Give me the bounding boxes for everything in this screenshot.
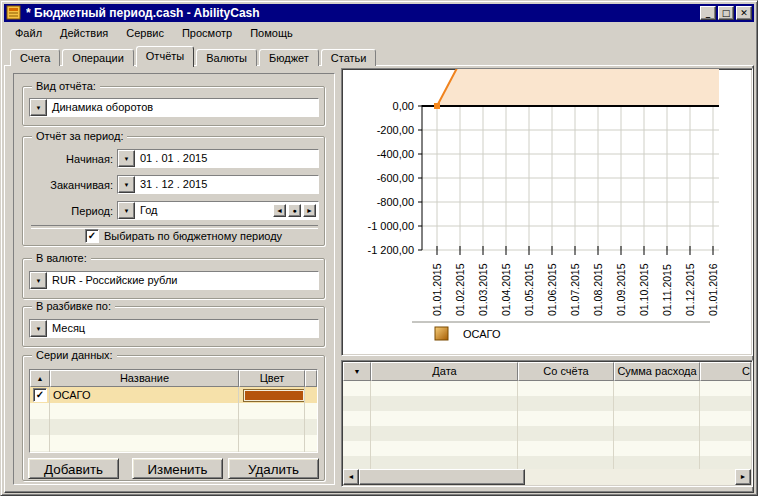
table-row[interactable] [343, 426, 751, 441]
menu-item-0[interactable]: Файл [6, 24, 51, 42]
col-from-account[interactable]: Со счёта [518, 362, 614, 381]
data-series-label: Серии данных: [32, 349, 117, 361]
scroll-left-icon[interactable]: ◄ [343, 469, 359, 485]
budget-period-checkbox[interactable]: ✓ [85, 229, 99, 243]
report-type-value: Динамика оборотов [47, 99, 318, 116]
col-date[interactable]: Дата [371, 362, 518, 381]
empty-cell [305, 419, 317, 435]
menu-item-2[interactable]: Сервис [117, 24, 173, 42]
empty-cell [700, 426, 751, 441]
empty-cell [614, 426, 700, 441]
menu-item-4[interactable]: Помощь [241, 24, 302, 42]
series-checkbox[interactable]: ✓ [33, 388, 47, 402]
end-date-field[interactable]: ▼ 31 . 12 . 2015 [117, 175, 319, 194]
budget-period-checkbox-row[interactable]: ✓ Выбирать по бюджетному периоду [85, 229, 282, 243]
dropdown-icon[interactable]: ▼ [118, 202, 135, 219]
table-row[interactable] [343, 441, 751, 456]
sort-desc-icon[interactable]: ▼ [343, 362, 371, 381]
interval-value: Год [135, 202, 271, 219]
tab-1[interactable]: Операции [62, 49, 133, 66]
svg-text:0,00: 0,00 [393, 100, 414, 112]
scrollbar-thumb[interactable] [359, 469, 525, 485]
series-check-cell[interactable]: ✓ [30, 387, 50, 403]
operations-table[interactable]: ▼ДатаСо счётаСумма расходаС [342, 362, 752, 471]
currency-label: В валюте: [32, 252, 91, 264]
tab-5[interactable]: Статьи [321, 49, 377, 66]
report-type-group: Вид отчёта: ▼ Динамика оборотов [22, 86, 325, 126]
table-row[interactable] [343, 396, 751, 411]
minimize-button[interactable]: _ [700, 6, 716, 20]
table-row[interactable] [343, 411, 751, 426]
series-empty-row[interactable] [30, 403, 317, 419]
delete-series-button[interactable]: Удалить [228, 458, 319, 479]
period-nav-buttons: ◄ ● ► [271, 202, 318, 219]
edit-series-button[interactable]: Изменить [132, 458, 223, 479]
series-col-name[interactable]: Название [50, 370, 239, 387]
tab-4[interactable]: Бюджет [259, 49, 319, 66]
dropdown-icon[interactable]: ▼ [118, 150, 135, 167]
empty-cell [518, 441, 614, 456]
series-row[interactable]: ✓ОСАГО [30, 387, 317, 403]
report-settings-panel: Вид отчёта: ▼ Динамика оборотов Отчёт за… [13, 73, 335, 485]
dropdown-icon[interactable]: ▼ [118, 176, 135, 193]
empty-cell [700, 441, 751, 456]
report-type-combo[interactable]: ▼ Динамика оборотов [29, 98, 319, 117]
table-row[interactable] [343, 381, 751, 396]
empty-cell [343, 411, 371, 426]
svg-text:01.02.2015: 01.02.2015 [454, 263, 466, 316]
period-prev-button[interactable]: ◄ [273, 204, 286, 217]
horizontal-scrollbar[interactable]: ◄ ► [343, 469, 751, 485]
empty-cell [700, 381, 751, 396]
breakdown-combo[interactable]: ▼ Месяц [29, 319, 319, 338]
svg-text:01.06.2015: 01.06.2015 [546, 263, 558, 316]
col-truncated[interactable]: С [700, 362, 751, 381]
series-color-swatch[interactable] [244, 390, 304, 401]
end-date-value[interactable]: 31 . 12 . 2015 [135, 176, 318, 193]
empty-cell [50, 419, 239, 435]
x-axis-labels: 01.01.201501.02.201501.03.201501.04.2015… [431, 263, 719, 316]
start-date-value[interactable]: 01 . 01 . 2015 [135, 150, 318, 167]
tab-2[interactable]: Отчёты [136, 46, 194, 67]
menu-item-1[interactable]: Действия [51, 24, 117, 42]
empty-cell [371, 411, 518, 426]
add-series-button[interactable]: Добавить [28, 458, 119, 479]
series-empty-row[interactable] [30, 419, 317, 435]
menu-item-3[interactable]: Просмотр [173, 24, 241, 42]
breakdown-value: Месяц [47, 320, 318, 337]
series-color-cell[interactable] [239, 387, 305, 403]
scroll-right-icon[interactable]: ► [735, 469, 751, 485]
tab-strip: СчетаОперацииОтчётыВалютыБюджетСтатьи [4, 43, 754, 65]
start-date-field[interactable]: ▼ 01 . 01 . 2015 [117, 149, 319, 168]
empty-cell [343, 396, 371, 411]
empty-cell [50, 403, 239, 419]
breakdown-group: В разбивке по: ▼ Месяц [22, 306, 325, 347]
series-empty-row[interactable] [30, 435, 317, 451]
period-next-button[interactable]: ► [303, 204, 316, 217]
tab-0[interactable]: Счета [10, 49, 60, 66]
svg-text:01.12.2015: 01.12.2015 [684, 263, 696, 316]
start-date-label: Начиная: [29, 153, 117, 165]
titlebar[interactable]: * Бюджетный период.cash - AbilityCash _ … [4, 4, 754, 22]
close-button[interactable]: ✕ [736, 6, 752, 20]
dropdown-icon[interactable]: ▼ [30, 320, 47, 337]
series-table[interactable]: ▲НазваниеЦвет✓ОСАГО [29, 369, 318, 453]
interval-combo[interactable]: ▼ Год ◄ ● ► [117, 201, 319, 220]
currency-group: В валюте: ▼ RUR - Российские рубли [22, 258, 325, 299]
col-expense-sum[interactable]: Сумма расхода [614, 362, 700, 381]
currency-combo[interactable]: ▼ RUR - Российские рубли [29, 271, 319, 290]
dropdown-icon[interactable]: ▼ [30, 99, 47, 116]
empty-cell [614, 396, 700, 411]
svg-text:01.09.2015: 01.09.2015 [615, 263, 627, 316]
series-col-extra[interactable] [305, 370, 317, 387]
svg-text:-400,00: -400,00 [377, 148, 414, 160]
period-current-button[interactable]: ● [288, 204, 301, 217]
sort-asc-icon[interactable]: ▲ [30, 370, 50, 387]
series-name-cell[interactable]: ОСАГО [50, 387, 239, 403]
series-col-color[interactable]: Цвет [239, 370, 305, 387]
series-empty-row[interactable] [30, 451, 317, 453]
y-axis-labels: 0,00-200,00-400,00-600,00-800,00-1 000,0… [368, 100, 414, 256]
maximize-button[interactable]: □ [718, 6, 734, 20]
series-extra-cell [305, 387, 317, 403]
dropdown-icon[interactable]: ▼ [30, 272, 47, 289]
tab-3[interactable]: Валюты [196, 49, 257, 66]
